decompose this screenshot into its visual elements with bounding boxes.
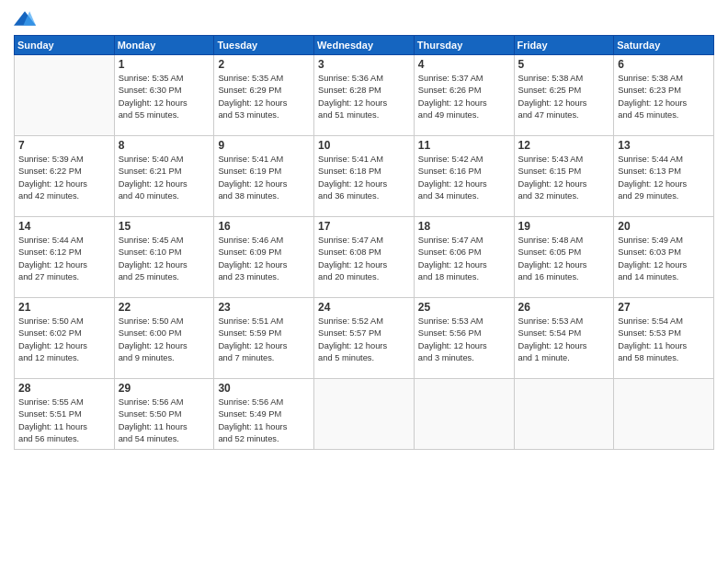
day-number: 2 <box>218 58 310 71</box>
weekday-header-saturday: Saturday <box>614 36 714 55</box>
calendar-cell: 23Sunrise: 5:51 AM Sunset: 5:59 PM Dayli… <box>214 298 314 379</box>
calendar-table: SundayMondayTuesdayWednesdayThursdayFrid… <box>14 35 714 450</box>
calendar-cell: 27Sunrise: 5:54 AM Sunset: 5:53 PM Dayli… <box>614 298 714 379</box>
day-info: Sunrise: 5:38 AM Sunset: 6:25 PM Dayligh… <box>518 73 610 122</box>
day-info: Sunrise: 5:44 AM Sunset: 6:13 PM Dayligh… <box>618 154 710 203</box>
day-number: 30 <box>218 382 310 395</box>
day-info: Sunrise: 5:52 AM Sunset: 5:57 PM Dayligh… <box>318 316 410 365</box>
calendar-cell: 17Sunrise: 5:47 AM Sunset: 6:08 PM Dayli… <box>314 217 415 298</box>
day-info: Sunrise: 5:36 AM Sunset: 6:28 PM Dayligh… <box>318 73 410 122</box>
day-info: Sunrise: 5:41 AM Sunset: 6:19 PM Dayligh… <box>218 154 310 203</box>
day-number: 9 <box>218 139 310 152</box>
day-info: Sunrise: 5:56 AM Sunset: 5:49 PM Dayligh… <box>218 396 310 446</box>
day-info: Sunrise: 5:39 AM Sunset: 6:22 PM Dayligh… <box>18 154 110 203</box>
calendar-cell: 18Sunrise: 5:47 AM Sunset: 6:06 PM Dayli… <box>414 217 514 298</box>
day-info: Sunrise: 5:50 AM Sunset: 6:00 PM Dayligh… <box>119 316 210 365</box>
calendar-cell: 29Sunrise: 5:56 AM Sunset: 5:50 PM Dayli… <box>114 379 214 450</box>
day-number: 5 <box>518 58 610 71</box>
day-info: Sunrise: 5:47 AM Sunset: 6:06 PM Dayligh… <box>418 235 510 284</box>
day-info: Sunrise: 5:48 AM Sunset: 6:05 PM Dayligh… <box>518 235 610 284</box>
day-number: 15 <box>119 220 210 233</box>
day-number: 25 <box>418 301 510 314</box>
calendar-cell <box>314 379 415 450</box>
day-info: Sunrise: 5:35 AM Sunset: 6:30 PM Dayligh… <box>119 73 210 122</box>
day-info: Sunrise: 5:46 AM Sunset: 6:09 PM Dayligh… <box>218 235 310 284</box>
calendar-cell: 22Sunrise: 5:50 AM Sunset: 6:00 PM Dayli… <box>114 298 214 379</box>
calendar-cell: 5Sunrise: 5:38 AM Sunset: 6:25 PM Daylig… <box>514 55 614 136</box>
day-number: 18 <box>418 220 510 233</box>
calendar-cell <box>414 379 514 450</box>
calendar-cell: 7Sunrise: 5:39 AM Sunset: 6:22 PM Daylig… <box>15 136 115 217</box>
day-info: Sunrise: 5:53 AM Sunset: 5:54 PM Dayligh… <box>518 316 610 365</box>
day-number: 10 <box>318 139 410 152</box>
weekday-header-thursday: Thursday <box>414 36 514 55</box>
calendar-cell: 9Sunrise: 5:41 AM Sunset: 6:19 PM Daylig… <box>214 136 314 217</box>
week-row-3: 14Sunrise: 5:44 AM Sunset: 6:12 PM Dayli… <box>15 217 714 298</box>
week-row-2: 7Sunrise: 5:39 AM Sunset: 6:22 PM Daylig… <box>15 136 714 217</box>
day-number: 24 <box>318 301 410 314</box>
day-number: 22 <box>119 301 210 314</box>
calendar-cell: 26Sunrise: 5:53 AM Sunset: 5:54 PM Dayli… <box>514 298 614 379</box>
day-info: Sunrise: 5:54 AM Sunset: 5:53 PM Dayligh… <box>618 316 710 365</box>
day-number: 8 <box>119 139 210 152</box>
calendar-cell: 4Sunrise: 5:37 AM Sunset: 6:26 PM Daylig… <box>414 55 514 136</box>
day-number: 20 <box>618 220 710 233</box>
day-info: Sunrise: 5:35 AM Sunset: 6:29 PM Dayligh… <box>218 73 310 122</box>
calendar-cell: 14Sunrise: 5:44 AM Sunset: 6:12 PM Dayli… <box>15 217 115 298</box>
day-number: 13 <box>618 139 710 152</box>
day-number: 12 <box>518 139 610 152</box>
day-number: 3 <box>318 58 410 71</box>
day-number: 4 <box>418 58 510 71</box>
day-info: Sunrise: 5:51 AM Sunset: 5:59 PM Dayligh… <box>218 316 310 365</box>
day-number: 28 <box>18 382 110 395</box>
calendar-cell: 12Sunrise: 5:43 AM Sunset: 6:15 PM Dayli… <box>514 136 614 217</box>
day-number: 26 <box>518 301 610 314</box>
calendar-cell: 16Sunrise: 5:46 AM Sunset: 6:09 PM Dayli… <box>214 217 314 298</box>
header <box>14 9 714 28</box>
calendar-cell: 28Sunrise: 5:55 AM Sunset: 5:51 PM Dayli… <box>15 379 115 450</box>
calendar-cell: 11Sunrise: 5:42 AM Sunset: 6:16 PM Dayli… <box>414 136 514 217</box>
calendar-cell: 13Sunrise: 5:44 AM Sunset: 6:13 PM Dayli… <box>614 136 714 217</box>
day-info: Sunrise: 5:43 AM Sunset: 6:15 PM Dayligh… <box>518 154 610 203</box>
day-info: Sunrise: 5:42 AM Sunset: 6:16 PM Dayligh… <box>418 154 510 203</box>
day-info: Sunrise: 5:37 AM Sunset: 6:26 PM Dayligh… <box>418 73 510 122</box>
page: SundayMondayTuesdayWednesdayThursdayFrid… <box>0 0 728 563</box>
calendar-cell: 10Sunrise: 5:41 AM Sunset: 6:18 PM Dayli… <box>314 136 415 217</box>
calendar-cell <box>514 379 614 450</box>
day-number: 6 <box>618 58 710 71</box>
calendar-cell: 8Sunrise: 5:40 AM Sunset: 6:21 PM Daylig… <box>114 136 214 217</box>
calendar-cell: 19Sunrise: 5:48 AM Sunset: 6:05 PM Dayli… <box>514 217 614 298</box>
day-number: 14 <box>18 220 110 233</box>
week-row-5: 28Sunrise: 5:55 AM Sunset: 5:51 PM Dayli… <box>15 379 714 450</box>
weekday-header-row: SundayMondayTuesdayWednesdayThursdayFrid… <box>15 36 714 55</box>
day-number: 19 <box>518 220 610 233</box>
calendar-cell: 24Sunrise: 5:52 AM Sunset: 5:57 PM Dayli… <box>314 298 415 379</box>
day-number: 16 <box>218 220 310 233</box>
day-number: 21 <box>18 301 110 314</box>
day-info: Sunrise: 5:47 AM Sunset: 6:08 PM Dayligh… <box>318 235 410 284</box>
day-info: Sunrise: 5:45 AM Sunset: 6:10 PM Dayligh… <box>119 235 210 284</box>
day-info: Sunrise: 5:50 AM Sunset: 6:02 PM Dayligh… <box>18 316 110 365</box>
day-info: Sunrise: 5:40 AM Sunset: 6:21 PM Dayligh… <box>119 154 210 203</box>
calendar-cell: 21Sunrise: 5:50 AM Sunset: 6:02 PM Dayli… <box>15 298 115 379</box>
day-info: Sunrise: 5:53 AM Sunset: 5:56 PM Dayligh… <box>418 316 510 365</box>
calendar-cell <box>15 55 115 136</box>
calendar-cell: 1Sunrise: 5:35 AM Sunset: 6:30 PM Daylig… <box>114 55 214 136</box>
day-number: 23 <box>218 301 310 314</box>
day-number: 27 <box>618 301 710 314</box>
calendar-cell: 30Sunrise: 5:56 AM Sunset: 5:49 PM Dayli… <box>214 379 314 450</box>
calendar-cell: 2Sunrise: 5:35 AM Sunset: 6:29 PM Daylig… <box>214 55 314 136</box>
calendar-cell: 25Sunrise: 5:53 AM Sunset: 5:56 PM Dayli… <box>414 298 514 379</box>
weekday-header-sunday: Sunday <box>15 36 115 55</box>
day-info: Sunrise: 5:49 AM Sunset: 6:03 PM Dayligh… <box>618 235 710 284</box>
week-row-4: 21Sunrise: 5:50 AM Sunset: 6:02 PM Dayli… <box>15 298 714 379</box>
calendar-cell <box>614 379 714 450</box>
day-number: 29 <box>119 382 210 395</box>
logo <box>14 9 40 28</box>
day-number: 7 <box>18 139 110 152</box>
weekday-header-monday: Monday <box>114 36 214 55</box>
logo-icon <box>14 9 36 28</box>
calendar-cell: 15Sunrise: 5:45 AM Sunset: 6:10 PM Dayli… <box>114 217 214 298</box>
day-info: Sunrise: 5:55 AM Sunset: 5:51 PM Dayligh… <box>18 396 110 446</box>
weekday-header-wednesday: Wednesday <box>314 36 415 55</box>
